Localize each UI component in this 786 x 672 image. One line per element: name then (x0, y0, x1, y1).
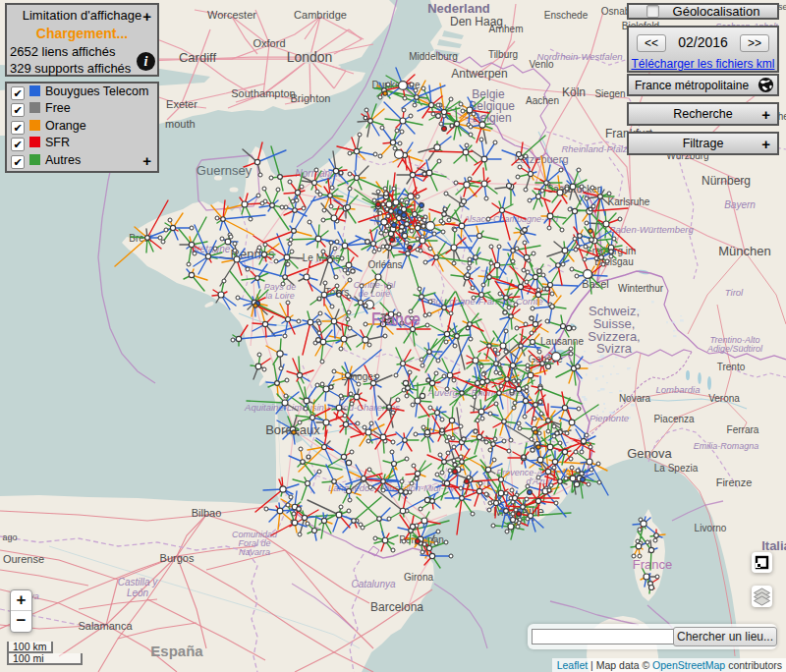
svg-text:London: London (287, 49, 333, 65)
svg-text:Ourense: Ourense (3, 553, 44, 565)
svg-text:Piemonte: Piemonte (590, 413, 629, 423)
svg-text:München: München (718, 244, 770, 258)
svg-text:Ferrara: Ferrara (727, 424, 759, 435)
svg-text:Livorno: Livorno (695, 523, 727, 533)
svg-text:Worcester: Worcester (207, 9, 256, 21)
svg-text:Southampton: Southampton (231, 87, 295, 99)
svg-text:España: España (150, 643, 203, 659)
svg-text:mouth: mouth (165, 118, 196, 130)
svg-text:Winterthur: Winterthur (618, 283, 664, 294)
svg-text:Middelburg: Middelburg (409, 51, 457, 62)
svg-text:de Loire: de Loire (359, 289, 391, 299)
svg-text:Rheinland-Pfalz: Rheinland-Pfalz (561, 143, 627, 154)
svg-text:Karlsruhe: Karlsruhe (608, 196, 650, 207)
svg-text:Guernsey: Guernsey (196, 163, 253, 178)
svg-text:Lombardia: Lombardia (656, 384, 701, 395)
svg-text:Emilia-Romagna: Emilia-Romagna (694, 441, 759, 451)
svg-text:France: France (633, 557, 672, 572)
svg-text:Verona: Verona (708, 393, 740, 404)
svg-text:Navarra: Navarra (239, 547, 270, 557)
svg-text:Barcelona: Barcelona (370, 600, 423, 614)
svg-text:Siegen: Siegen (594, 88, 625, 99)
svg-text:Svizra: Svizra (596, 341, 633, 356)
svg-text:ago: ago (2, 532, 17, 542)
svg-text:Trento: Trento (717, 362, 746, 372)
svg-text:Piacenza: Piacenza (653, 414, 695, 424)
svg-text:Girona: Girona (404, 572, 433, 583)
svg-text:Genova: Genova (627, 446, 672, 461)
svg-text:Tirol: Tirol (725, 287, 744, 298)
svg-text:Arnhem: Arnhem (488, 24, 523, 34)
svg-text:Antwerpen: Antwerpen (451, 67, 507, 81)
svg-text:Brighton: Brighton (291, 92, 331, 104)
svg-text:Nordrhein-Westfalen: Nordrhein-Westfalen (537, 51, 623, 62)
svg-text:Bilbao: Bilbao (192, 507, 222, 519)
svg-text:Burgos: Burgos (160, 552, 195, 564)
svg-text:Basel: Basel (582, 278, 609, 290)
svg-text:Lausanne: Lausanne (540, 336, 584, 347)
svg-text:Nederland: Nederland (427, 1, 490, 16)
svg-text:Aachen: Aachen (526, 95, 559, 106)
svg-text:Baden-Württemberg: Baden-Württemberg (609, 224, 694, 235)
svg-text:Salamanca: Salamanca (78, 620, 133, 632)
svg-text:Castilla y: Castilla y (118, 577, 159, 588)
svg-text:Cardiff: Cardiff (179, 50, 216, 65)
svg-text:Cambridge: Cambridge (294, 9, 347, 21)
svg-text:la Loire: la Loire (265, 291, 295, 301)
svg-text:León: León (127, 588, 149, 598)
svg-text:Exeter: Exeter (166, 98, 197, 110)
svg-text:Enschede: Enschede (544, 10, 589, 21)
svg-text:Italia: Italia (761, 538, 786, 553)
svg-text:Bayern: Bayern (724, 199, 756, 210)
svg-text:Novara: Novara (619, 393, 651, 404)
svg-text:Catalunya: Catalunya (351, 579, 395, 589)
svg-text:Adige/Südtirol: Adige/Südtirol (706, 344, 763, 354)
svg-text:Köln: Köln (562, 85, 586, 99)
svg-text:La Spezia: La Spezia (654, 463, 699, 474)
svg-text:Firenze: Firenze (716, 476, 753, 488)
svg-text:Tilburg: Tilburg (488, 49, 518, 60)
svg-text:Orléans: Orléans (367, 259, 402, 270)
svg-text:Nürnberg: Nürnberg (702, 174, 751, 188)
svg-text:Oxford: Oxford (253, 37, 285, 49)
svg-text:France: France (371, 311, 421, 328)
